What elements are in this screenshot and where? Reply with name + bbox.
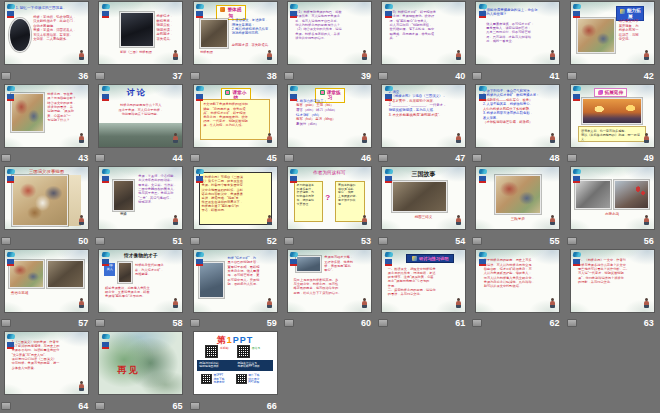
slide-thumbnail[interactable]: 一、《杨修之死》一文中，作者对杨修与曹操各持什么态度？从文中哪些地方可以看出？试… <box>571 250 654 312</box>
slide-footer: 49 <box>567 152 654 164</box>
transition-indicator-icon[interactable] <box>1 319 11 327</box>
transition-indicator-icon[interactable] <box>95 319 105 327</box>
slide-thumbnail[interactable]: 杨修恃才，数犯曹忌，聪明反被，聪明所误，身死因才，非关退兵。新版《三国》杨修剧照 <box>99 2 182 64</box>
slide-cell: 一、《杨修之死》一文中，作者对杨修与曹操各持什么态度？从文中哪些地方可以看出？试… <box>566 248 660 331</box>
transition-indicator-icon[interactable] <box>190 402 200 410</box>
slide-thumbnail[interactable]: 《杨修之死》节选自《三国演义》第七十二回，故事发生在曹操、刘备两个军事集团争夺汉… <box>194 167 277 229</box>
slide-thumbnail[interactable]: 课堂练习1. 给加点的字注音：庖官（páo） 主簿（bù）谮害（zèn） 绰刀（… <box>288 85 371 147</box>
transition-indicator-icon[interactable] <box>567 319 577 327</box>
slide-thumbnail[interactable]: 1. 假如你是曹操身边的谋士，你会怎样为人处世呢？做人要谦虚谨慎，不可恃才放旷；… <box>476 2 559 64</box>
slide-thumbnail[interactable]: 课堂小结本文记叙了曹操杀杨修的经过和缘由，“身死因才误，非关欲退兵”。杨修恃才放… <box>194 85 277 147</box>
slide-thumbnail[interactable]: 1.《三国演义》中的曹操，作者寄寓了贬抑的思想感情，与历史上的曹操不尽相同。阅读… <box>5 332 88 394</box>
slide-number: 57 <box>78 318 88 328</box>
slide-thumbnail[interactable]: 曹操既有雄才大略，又奸诈多疑。他杀杨修，表面是因“惑乱军心”。实际上是忌恨杨修屡… <box>288 250 371 312</box>
slide-number: 61 <box>455 318 465 328</box>
butterfly-icon <box>598 90 603 95</box>
person-figure-icon <box>79 133 84 143</box>
brand-square-icon <box>290 94 297 101</box>
brand-cap-icon <box>101 86 110 91</box>
person-figure-icon <box>456 298 461 308</box>
person-figure-icon <box>79 298 84 308</box>
slide-thumbnail[interactable]: 1. 读下列句子，体会语气和写法。1. 杨修为人恃才放旷，数犯曹操之忌：（鸡肋事… <box>476 85 559 147</box>
slide-thumbnail[interactable]: 杨修 “恃才放旷”，为显示自己的聪明才智，置军纪于不顾，最终招来杀身之祸。做人要… <box>194 250 277 312</box>
slide-thumbnail[interactable]: 拓展延伸读完本文后，你一定有许多感想。请以《从杨修之死想到的》为题，写一篇短文。 <box>571 85 654 147</box>
transition-indicator-icon[interactable] <box>567 72 577 80</box>
transition-indicator-icon[interactable] <box>472 319 482 327</box>
slide-footer: 50 <box>1 235 88 247</box>
slide-footer: 46 <box>284 152 371 164</box>
transition-indicator-icon[interactable] <box>284 319 294 327</box>
transition-indicator-icon[interactable] <box>95 154 105 162</box>
slide-thumbnail[interactable]: 第1PPT手机站微信号扫码访问手机站随时随地查模板扫码关注公众号免费领取PPT模… <box>194 332 277 394</box>
slide-thumbnail[interactable]: 作者为何这样写罗列杨修被杀的诸多事件，层层铺垫，为写杨修之死张本，使故事情节更合… <box>288 167 371 229</box>
slide-thumbnail[interactable]: 1. 回忆一下你读过的三国故事。杨修：字德祖，弘农华阴人，汉太尉杨彪之子，出身名… <box>5 2 88 64</box>
transition-indicator-icon[interactable] <box>284 72 294 80</box>
slide-text: （1）杨修号称曹操的知己，却被曹操所杀。有人说他死于曹操之手，也有人说他死于自己… <box>295 10 365 40</box>
slide-footer: 47 <box>378 152 465 164</box>
transition-indicator-icon[interactable] <box>567 154 577 162</box>
slide-thumbnail[interactable]: 杨修之死，罪在曹操？还是咎由自取？结合课文中的故事，谈谈你的看法，并说明理由。“… <box>5 85 88 147</box>
slide-cell: 关于杨修之死的原因，历史上有多种说法。有人认为杨修之死完全是咎由自取，恃才放旷终… <box>471 248 565 331</box>
slide-big-title: 再见 <box>118 366 151 375</box>
transition-indicator-icon[interactable] <box>378 319 388 327</box>
transition-indicator-icon[interactable] <box>284 237 294 245</box>
transition-indicator-icon[interactable] <box>378 154 388 162</box>
slide-text: 三国演义故事插图 <box>18 169 74 175</box>
transition-indicator-icon[interactable] <box>472 237 482 245</box>
brand-cap-icon <box>573 86 582 91</box>
slide-text: 第1PPT模板下载免费素材 <box>213 374 233 385</box>
brand-cap-icon <box>7 4 16 9</box>
brand-cap-icon <box>478 169 487 174</box>
slide-thumbnail[interactable]: （3）杨修恃才放旷，终于招致杀身之祸；曹操阴险虚伪、狡诈奸猾，借“惑乱军心”之罪… <box>382 2 465 64</box>
transition-indicator-icon[interactable] <box>378 72 388 80</box>
slide-thumbnail[interactable]: 曹操曹操，字孟德，小名阿瞒，东汉末年杰出的政治家、军事家、文学家、书法家，三国中… <box>99 167 182 229</box>
slide-thumbnail[interactable]: 赤壁之战 <box>571 167 654 229</box>
transition-indicator-icon[interactable] <box>284 154 294 162</box>
slide-thumbnail[interactable]: 恃才傲物的才子杨修 其人杨修出身世代簪缨之家，为人恃才放旷，思维敏捷。颇受曹操赏… <box>99 250 182 312</box>
brand-cap-icon <box>101 4 110 9</box>
person-figure-icon <box>173 298 178 308</box>
brand-square-icon <box>385 176 392 183</box>
transition-indicator-icon[interactable] <box>190 319 200 327</box>
slide-thumbnail[interactable]: （1）杨修号称曹操的知己，却被曹操所杀。有人说他死于曹操之手，也有人说他死于自己… <box>288 2 371 64</box>
brand-square-icon <box>479 11 486 18</box>
transition-indicator-icon[interactable] <box>95 72 105 80</box>
slide-thumbnail[interactable]: 研讨与练习说明一、熟读课文，把握文中杨修犯曹操之忌的几件事，理清脉络，复述故事情… <box>382 250 465 312</box>
transition-indicator-icon[interactable] <box>95 237 105 245</box>
transition-indicator-icon[interactable] <box>190 154 200 162</box>
slide-thumbnail[interactable]: 煮酒论英雄 <box>5 250 88 312</box>
transition-indicator-icon[interactable] <box>190 237 200 245</box>
slide-thumbnail[interactable]: 整体感知1. 速读课文，复述故事，理清文章思路；2. 概括杨修犯忌的几件事，说说… <box>194 2 277 64</box>
brand-cap-icon <box>384 86 393 91</box>
slide-thumbnail[interactable]: 三国演义故事插图 <box>5 167 88 229</box>
slide-text: （3）杨修恃才放旷，终于招致杀身之祸；曹操阴险虚伪、狡诈奸猾，借“惑乱军心”之罪… <box>390 10 460 40</box>
person-figure-icon <box>644 133 649 143</box>
slide-thumbnail[interactable]: 再见 <box>99 332 182 394</box>
person-figure-icon <box>550 133 555 143</box>
person-figure-icon <box>267 298 272 308</box>
slide-number: 49 <box>644 153 654 163</box>
slide-footer: 44 <box>95 152 182 164</box>
transition-indicator-icon[interactable] <box>567 237 577 245</box>
slide-thumbnail[interactable]: 2. 填空。1.《杨修之死》节选自《三国演义》，作者罗贯中，元末明初小说家。2.… <box>382 85 465 147</box>
transition-indicator-icon[interactable] <box>1 154 11 162</box>
slide-thumbnail[interactable]: 三国故事桃园三结义 <box>382 167 465 229</box>
brand-cap-icon <box>195 252 204 257</box>
transition-indicator-icon[interactable] <box>1 72 11 80</box>
slide-thumbnail[interactable]: 能力拓展结合课文情节，展开想象，为杨修之死写一段评语，与同学交流。 <box>571 2 654 64</box>
slide-footer: 48 <box>472 152 559 164</box>
person-figure-icon <box>79 215 84 225</box>
transition-indicator-icon[interactable] <box>1 402 11 410</box>
transition-indicator-icon[interactable] <box>472 154 482 162</box>
transition-indicator-icon[interactable] <box>472 72 482 80</box>
slide-text: 杨修出身世代簪缨之家，为人恃才放旷，思维敏捷。 <box>135 263 179 276</box>
slide-thumbnail[interactable]: 讨论杨修之死的原因是什么？有人推之于曹操，有人归之于杨修，你持哪种观点？说说理由… <box>99 85 182 147</box>
brand-square-icon <box>479 259 486 266</box>
transition-indicator-icon[interactable] <box>95 402 105 410</box>
slide-text: 曹操既有雄才大略，又奸诈多疑。他杀杨修，表面是因“惑乱军心”。 <box>324 255 367 272</box>
transition-indicator-icon[interactable] <box>1 237 11 245</box>
transition-indicator-icon[interactable] <box>190 72 200 80</box>
slide-thumbnail[interactable]: 关于杨修之死的原因，历史上有多种说法。有人认为杨修之死完全是咎由自取，恃才放旷终… <box>476 250 559 312</box>
slide-thumbnail[interactable]: 三顾茅庐 <box>476 167 559 229</box>
transition-indicator-icon[interactable] <box>378 237 388 245</box>
